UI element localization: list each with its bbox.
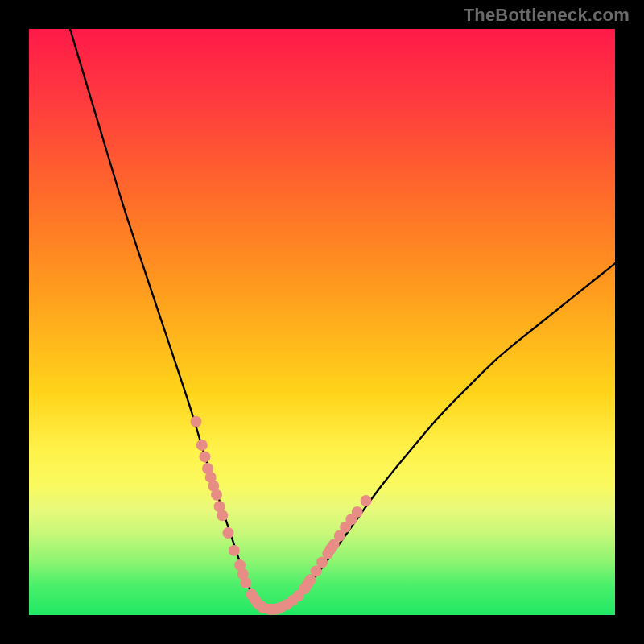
sample-dot — [240, 577, 251, 588]
sample-dot — [223, 527, 234, 539]
plot-area — [29, 29, 615, 615]
bottleneck-curve — [70, 29, 615, 609]
sample-dot — [217, 510, 228, 521]
sample-dot — [352, 506, 363, 518]
sample-dot — [229, 545, 240, 556]
sample-dots-group — [191, 416, 372, 615]
chart-svg-layer — [29, 29, 615, 615]
sample-dot — [211, 489, 222, 501]
sample-dot — [191, 416, 202, 427]
watermark-label: TheBottleneck.com — [464, 5, 630, 26]
chart-canvas: TheBottleneck.com — [0, 0, 644, 644]
sample-dot — [361, 495, 372, 506]
sample-dot — [199, 451, 210, 462]
sample-dot — [196, 440, 208, 451]
